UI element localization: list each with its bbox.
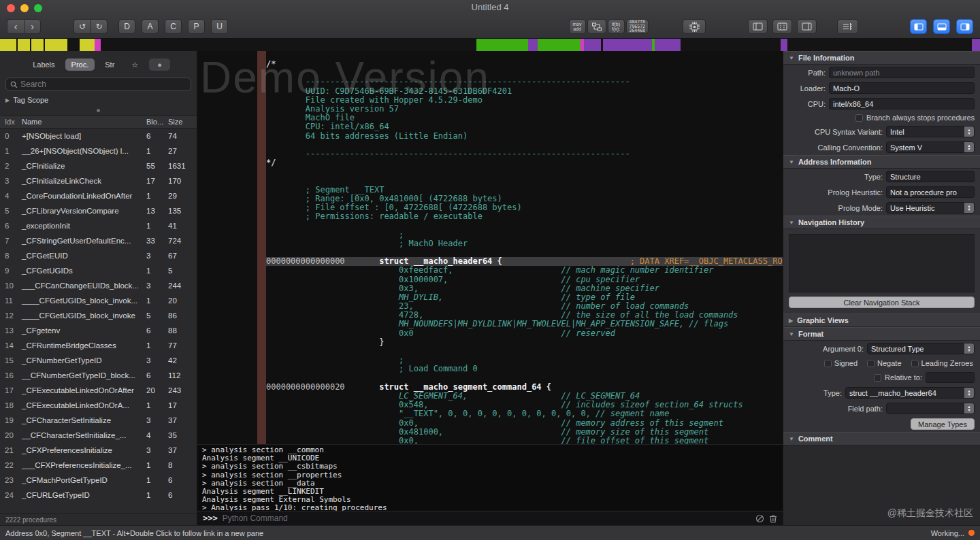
assembly-line[interactable]	[266, 141, 783, 150]
minimap-segment[interactable]	[95, 39, 101, 51]
assembly-line[interactable]: Analysis version 57	[266, 105, 783, 114]
field-path-dropdown[interactable]: ▲▼	[886, 403, 975, 414]
tag-scope-disclosure[interactable]: ▶ Tag Scope	[0, 91, 197, 106]
table-row[interactable]: 18_CFExecutableLinkedOnOrA...117	[0, 398, 197, 413]
assembly-line[interactable]: ; Load Command 0	[266, 365, 783, 373]
minimap-segment[interactable]	[101, 39, 476, 51]
minimap-segment[interactable]	[584, 39, 601, 51]
table-row[interactable]: 6_exceptionInit141	[0, 218, 197, 233]
table-row[interactable]: 12____CFGetUGIDs_block_invoke586	[0, 308, 197, 323]
assembly-line[interactable]: 4728, // the size of all the load comman…	[266, 311, 783, 320]
assembly-line[interactable]	[266, 347, 783, 356]
split-pane-right-button[interactable]	[797, 19, 817, 34]
section-navigation-history[interactable]: ▼ Navigation History	[783, 216, 980, 229]
assembly-line[interactable]: ; MachO Header	[266, 239, 783, 248]
close-window-button[interactable]	[7, 4, 15, 12]
zoom-window-button[interactable]	[34, 4, 42, 12]
tab-procedures[interactable]: Proc.	[65, 58, 95, 71]
assembly-line[interactable]: }	[266, 338, 783, 347]
python-command-input[interactable]	[223, 513, 751, 523]
tab-bookmarks[interactable]: ☆	[125, 58, 145, 71]
table-row[interactable]: 10___CFCanChangeEUIDs_block...3244	[0, 278, 197, 293]
prolog-heuristic-field[interactable]: Not a procedure pro	[886, 186, 975, 198]
table-row[interactable]: 3_CFInitializeLinkCheck17170	[0, 173, 197, 188]
column-header-idx[interactable]: Idx	[0, 118, 20, 126]
assembly-line[interactable]: 23, // number of load commands	[266, 302, 783, 311]
hex-mode-button[interactable]: 4847f8 796572 264468	[626, 19, 649, 34]
column-header-blocks[interactable]: Blo...	[146, 118, 168, 126]
loader-field[interactable]: Mach-O	[829, 82, 975, 94]
cfg-mode-button[interactable]	[587, 19, 606, 34]
back-button[interactable]: ‹	[7, 19, 24, 34]
mark-undefined-button[interactable]: U	[211, 19, 228, 34]
minimap-segment[interactable]	[787, 39, 972, 51]
assembly-line[interactable]: 0x0, // memory address of this segment	[266, 419, 783, 428]
split-pane-left-button[interactable]	[748, 19, 768, 34]
minimap-segment[interactable]	[31, 39, 44, 51]
minimap-segment[interactable]	[603, 39, 652, 51]
table-row[interactable]: 17_CFExecutableLinkedOnOrAfter20243	[0, 383, 197, 398]
relative-to-checkbox[interactable]	[874, 374, 881, 382]
section-graphic-views[interactable]: ▶ Graphic Views	[783, 314, 980, 327]
section-format[interactable]: ▼ Format	[783, 327, 980, 341]
search-input[interactable]	[20, 80, 186, 89]
table-row[interactable]: 19_CFCharacterSetInitialize337	[0, 413, 197, 428]
assembly-line[interactable]: ;	[266, 356, 783, 365]
table-row[interactable]: 4_CoreFoundationLinkedOnAfter129	[0, 188, 197, 203]
table-row[interactable]: 24_CFURLGetTypeID16	[0, 488, 197, 503]
assembly-line[interactable]: CPU: intel/x86_64	[266, 122, 783, 131]
tab-strings[interactable]: Str	[99, 58, 120, 71]
table-row[interactable]: 1__26+[NSObject(NSObject) l...127	[0, 144, 197, 158]
undo-button[interactable]: ↺	[74, 19, 91, 34]
assembly-line[interactable]: 0000000000000020 struct __macho_segment_…	[266, 383, 783, 392]
assembly-line[interactable]: File created with Hopper 4.5.29-demo	[266, 96, 783, 105]
prolog-mode-dropdown[interactable]: Use Heuristic ▲▼	[886, 202, 975, 214]
minimap-segment[interactable]	[655, 39, 681, 51]
assembly-line[interactable]: MH_DYLIB, // type of file	[266, 293, 783, 302]
clear-navigation-stack-button[interactable]: Clear Navigation Stack	[789, 297, 975, 308]
signed-checkbox[interactable]	[824, 360, 832, 367]
assembly-line[interactable]: 0x0, // file offset of this segment	[266, 437, 783, 444]
redo-button[interactable]: ↻	[91, 19, 108, 34]
assembly-line[interactable]: ----------------------------------------…	[266, 150, 783, 158]
column-header-size[interactable]: Size	[168, 118, 197, 126]
assembly-line[interactable]: 0x3, // machine specifier	[266, 284, 783, 293]
tab-tags[interactable]: ●	[149, 58, 170, 71]
table-row[interactable]: 16__CFNumberGetTypeID_block...6112	[0, 368, 197, 383]
minimap-segment[interactable]	[781, 39, 787, 51]
minimap-segment[interactable]	[528, 39, 538, 51]
assembly-line[interactable]	[266, 167, 783, 176]
minimap-segment[interactable]	[67, 39, 80, 51]
minimap-segment[interactable]	[476, 39, 528, 51]
manage-types-button[interactable]: Manage Types	[911, 418, 975, 430]
table-row[interactable]: 15_CFNumberGetTypeID342	[0, 353, 197, 368]
assembly-line[interactable]: MachO file	[266, 114, 783, 122]
minimap-segment[interactable]	[538, 39, 581, 51]
assembly-line[interactable]: ; Segment __TEXT	[266, 186, 783, 195]
syntax-dropdown[interactable]: Intel ▲▼	[886, 126, 975, 137]
table-row[interactable]: 7_CFStringGetUserDefaultEnc...33724	[0, 233, 197, 248]
section-file-information[interactable]: ▼ File Information	[783, 51, 980, 65]
table-row[interactable]: 14_CFRuntimeBridgeClasses177	[0, 338, 197, 353]
toggle-right-inspector-button[interactable]	[956, 19, 973, 34]
sidebar-splitter[interactable]	[0, 106, 197, 115]
assembly-line[interactable]: LC_SEGMENT_64, // LC_SEGMENT_64	[266, 392, 783, 401]
tab-labels[interactable]: Labels	[27, 58, 61, 71]
assembly-line[interactable]	[266, 69, 783, 78]
table-row[interactable]: 2_CFInitialize551631	[0, 158, 197, 173]
columns-options-button[interactable]	[837, 19, 858, 34]
calling-dropdown[interactable]: System V ▲▼	[886, 141, 975, 153]
assembly-line[interactable]	[266, 248, 783, 257]
assembly-mode-button[interactable]: mov add	[569, 19, 586, 34]
comment-editor[interactable]: @稀土掘金技术社区	[783, 445, 980, 525]
split-pane-middle-button[interactable]	[772, 19, 792, 34]
assembly-line[interactable]: ;	[266, 231, 783, 239]
assembly-view[interactable]: Demo Version /* ------------------------…	[197, 51, 783, 444]
assembly-line[interactable]: 0x1000007, // cpu specifier	[266, 275, 783, 284]
assembly-line[interactable]: /*	[266, 60, 783, 69]
assembly-line[interactable]: 64 bits addresses (Little Endian)	[266, 132, 783, 141]
mark-data-button[interactable]: D	[118, 19, 135, 34]
branch-stops-checkbox[interactable]	[855, 114, 863, 122]
assembly-line[interactable]: UUID: C9D7546B-69BF-3432-8145-631DB6DF42…	[266, 87, 783, 96]
table-row[interactable]: 13_CFgetenv688	[0, 323, 197, 338]
